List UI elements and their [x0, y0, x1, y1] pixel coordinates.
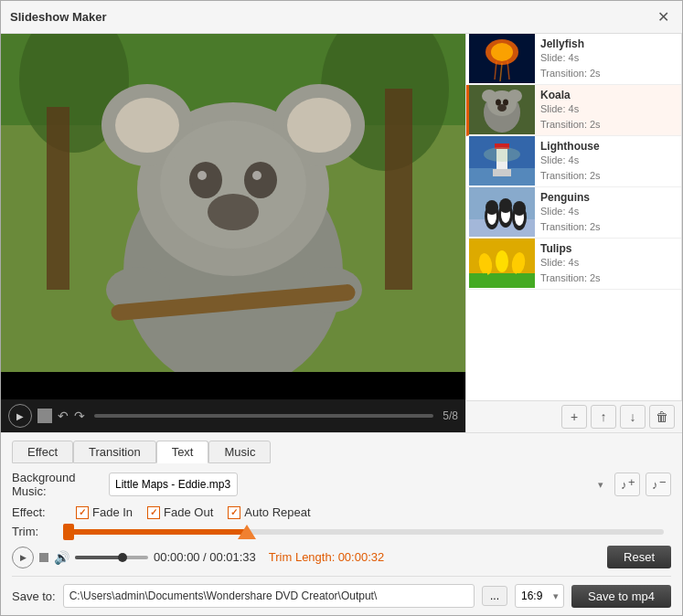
slide-thumb-koala [469, 85, 535, 134]
trim-length-label: Trim Length: [269, 550, 336, 564]
svg-point-57 [496, 250, 508, 272]
slide-detail-penguins: Slide: 4sTransition: 2s [540, 204, 676, 234]
playback-stop-button[interactable] [39, 553, 48, 562]
svg-point-10 [115, 98, 179, 153]
koala-preview-image [1, 34, 465, 372]
svg-text:+: + [628, 477, 635, 489]
ratio-select-wrapper: 16:9 4:3 1:1 [515, 584, 564, 608]
effects-row: Effect: Fade In Fade Out Auto Repeat [12, 505, 671, 519]
trim-row: Trim: [12, 525, 671, 538]
video-controls-bar: ▶ ↶ ↷ 5/8 [1, 399, 465, 432]
music-remove-button[interactable]: ♪ − [646, 473, 671, 496]
svg-rect-6 [385, 89, 412, 290]
slide-thumb-tulips [469, 239, 535, 288]
volume-handle[interactable] [118, 553, 127, 562]
slide-item-tulips[interactable]: Tulips Slide: 4sTransition: 2s [466, 239, 681, 290]
trim-length-value: 00:00:32 [338, 550, 385, 564]
svg-point-41 [484, 147, 520, 162]
save-mp4-button[interactable]: Save to mp4 [571, 585, 671, 608]
slide-info-tulips: Tulips Slide: 4sTransition: 2s [535, 239, 681, 289]
fade-out-label: Fade Out [164, 505, 213, 519]
svg-point-52 [513, 201, 526, 216]
slide-detail-tulips: Slide: 4sTransition: 2s [540, 255, 676, 285]
auto-repeat-item: Auto Repeat [228, 505, 310, 519]
slide-detail-jellyfish: Slide: 4sTransition: 2s [540, 50, 676, 80]
playback-play-button[interactable]: ▶ [12, 547, 34, 568]
svg-text:−: − [659, 477, 666, 489]
time-total-value: 00:01:33 [209, 550, 256, 564]
ratio-select[interactable]: 16:9 4:3 1:1 [515, 584, 564, 608]
video-progress-bar[interactable] [94, 414, 433, 418]
slide-item-penguins[interactable]: Penguins Slide: 4sTransition: 2s [466, 187, 681, 239]
delete-slide-button[interactable]: 🗑 [649, 405, 675, 429]
slide-info-koala: Koala Slide: 4sTransition: 2s [535, 85, 681, 135]
tab-music[interactable]: Music [208, 441, 271, 463]
fade-out-checkbox[interactable] [147, 506, 160, 519]
trim-slider[interactable] [69, 529, 664, 535]
bottom-panel: Effect Transition Text Music Background … [1, 432, 682, 615]
svg-point-49 [499, 198, 512, 213]
slide-item-jellyfish[interactable]: Jellyfish Slide: 4sTransition: 2s [466, 34, 681, 85]
music-add-button[interactable]: ♪ + [614, 473, 640, 496]
volume-slider[interactable] [75, 556, 148, 559]
slide-info-penguins: Penguins Slide: 4sTransition: 2s [535, 187, 681, 238]
auto-repeat-checkbox[interactable] [228, 506, 240, 519]
video-preview [1, 34, 465, 399]
fade-in-item: Fade In [76, 505, 133, 519]
move-down-button[interactable]: ↓ [620, 405, 646, 429]
slide-info-jellyfish: Jellyfish Slide: 4sTransition: 2s [535, 34, 681, 84]
slide-list-actions: + ↑ ↓ 🗑 [466, 400, 682, 432]
slide-item-lighthouse[interactable]: Lighthouse Slide: 4sTransition: 2s [466, 136, 681, 187]
time-current: 00:00:00 / 00:01:33 [154, 550, 256, 564]
slide-list-panel: Jellyfish Slide: 4sTransition: 2s [465, 34, 682, 432]
trim-filled-region [69, 529, 247, 535]
auto-repeat-label: Auto Repeat [244, 505, 310, 519]
tabs-container: Effect Transition Text Music [12, 441, 671, 463]
main-area: ▶ ↶ ↷ 5/8 [1, 34, 682, 432]
forward-button[interactable]: ↷ [74, 409, 85, 423]
volume-icon: 🔊 [54, 550, 69, 565]
move-up-button[interactable]: ↑ [591, 405, 616, 429]
slide-thumb-penguins [469, 187, 535, 237]
save-path-input[interactable] [63, 584, 475, 608]
svg-rect-5 [47, 107, 69, 290]
svg-rect-60 [517, 273, 520, 286]
slide-item-koala[interactable]: Koala Slide: 4sTransition: 2s [466, 85, 681, 136]
svg-text:♪: ♪ [621, 478, 627, 492]
slide-name-tulips: Tulips [540, 242, 676, 255]
slideshow-maker-window: Slideshow Maker ✕ [0, 0, 683, 616]
svg-point-31 [482, 90, 496, 102]
browse-button[interactable]: ... [482, 586, 507, 606]
fade-in-label: Fade In [92, 505, 133, 519]
trim-label: Trim: [12, 525, 61, 538]
svg-rect-40 [493, 169, 511, 176]
add-slide-button[interactable]: + [561, 405, 587, 429]
tab-effect[interactable]: Effect [12, 441, 73, 463]
trim-handle-end[interactable] [238, 525, 256, 539]
rewind-button[interactable]: ↶ [58, 409, 69, 423]
video-counter: 5/8 [443, 409, 458, 422]
music-select-wrapper: Little Maps - Eddie.mp3 [109, 473, 609, 496]
slide-thumb-lighthouse [469, 136, 535, 186]
effect-label: Effect: [12, 505, 61, 519]
stop-button[interactable] [37, 409, 52, 423]
play-button[interactable]: ▶ [8, 404, 32, 428]
window-title: Slideshow Maker [10, 10, 106, 24]
fade-in-checkbox[interactable] [76, 506, 89, 519]
music-select[interactable]: Little Maps - Eddie.mp3 [109, 473, 238, 496]
svg-rect-58 [500, 273, 504, 286]
close-button[interactable]: ✕ [653, 7, 673, 27]
reset-button[interactable]: Reset [607, 546, 671, 568]
trim-length-display: Trim Length: 00:00:32 [269, 550, 384, 564]
playback-row: ▶ 🔊 00:00:00 / 00:01:33 Trim Length: 00:… [12, 546, 671, 568]
slide-thumb-jellyfish [469, 34, 535, 83]
slide-name-koala: Koala [540, 89, 676, 101]
trim-handle-start[interactable] [63, 524, 74, 540]
svg-rect-56 [484, 273, 487, 286]
save-label: Save to: [12, 589, 56, 603]
tab-text[interactable]: Text [156, 441, 209, 463]
slide-name-lighthouse: Lighthouse [540, 140, 676, 153]
svg-point-32 [507, 90, 522, 102]
tab-transition[interactable]: Transition [73, 441, 156, 463]
svg-point-35 [497, 104, 507, 112]
